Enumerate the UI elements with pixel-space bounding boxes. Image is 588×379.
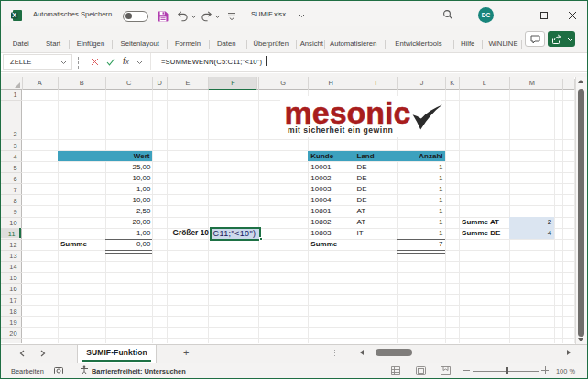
svg-text:X: X xyxy=(12,11,16,19)
